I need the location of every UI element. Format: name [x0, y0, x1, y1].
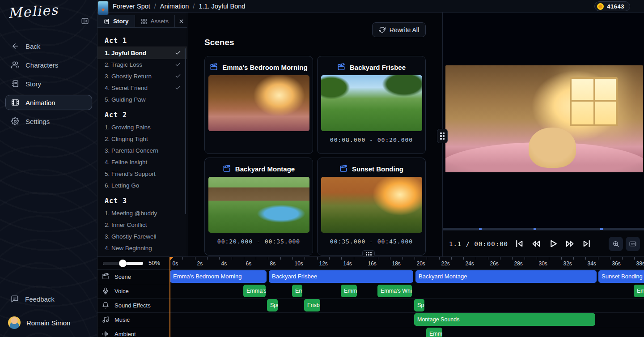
skip-end-button[interactable]	[581, 238, 593, 249]
timeline-clip-frisbe[interactable]: Frisbe	[304, 299, 320, 311]
story-item-2-inner-conflict[interactable]: 2. Inner Conflict	[97, 219, 187, 230]
timeline-ruler[interactable]: 0s2s4s6s8s10s12s14s16s18s20s22s24s26s28s…	[170, 257, 644, 269]
playhead[interactable]	[169, 257, 170, 337]
breadcrumb-section[interactable]: Animation	[160, 3, 189, 10]
timeline-clip-emma-s-whis[interactable]: Emma's Whis	[377, 285, 412, 297]
track-label-music[interactable]: Music	[97, 312, 170, 327]
scene-card-thumbnail[interactable]	[321, 75, 422, 131]
ruler-tick	[585, 257, 586, 260]
story-item-1-joyful-bond[interactable]: 1. Joyful Bond	[97, 47, 187, 59]
vertical-resize-handle[interactable]	[437, 129, 448, 143]
timeline-clip-emma-s[interactable]: Emma's	[243, 285, 266, 297]
scene-card-title: Backyard Montage	[235, 165, 295, 173]
user-menu[interactable]: Romain Simon	[5, 315, 92, 331]
track-label-sound-effects[interactable]: Sound Effects	[97, 298, 170, 312]
story-item-3-parental-concern[interactable]: 3. Parental Concern	[97, 145, 187, 156]
ruler-label: 16s	[368, 260, 377, 267]
scene-card-thumbnail[interactable]	[321, 177, 422, 233]
timeline-clip-emma[interactable]: Emma	[426, 328, 442, 337]
ruler-tick	[195, 257, 195, 260]
scene-card-header: Emma's Bedroom Morning	[208, 60, 309, 74]
ruler-label: 12s	[319, 260, 328, 267]
collapse-sidebar-icon[interactable]	[81, 17, 89, 25]
scene-card-backyard-frisbee[interactable]: Backyard Frisbee00:08.000 - 00:20.000	[317, 56, 426, 154]
story-item-1-growing-pains[interactable]: 1. Growing Pains	[97, 121, 187, 133]
scene-card-thumbnail[interactable]	[208, 75, 309, 131]
scene-card-thumbnail[interactable]	[208, 177, 309, 233]
story-item-label: 3. Parental Concern	[105, 147, 158, 154]
scene-card-backyard-montage[interactable]: Backyard Montage00:20.000 - 00:35.000	[204, 158, 313, 256]
timeline-clip-backyard-frisbee[interactable]: Backyard Frisbee	[269, 270, 413, 283]
track-name: Sound Effects	[114, 302, 151, 309]
story-item-2-tragic-loss[interactable]: 2. Tragic Loss	[97, 59, 187, 70]
video-preview[interactable]	[445, 65, 643, 172]
tab-assets-label: Assets	[151, 18, 169, 25]
sidebar-item-label: Settings	[25, 118, 50, 125]
story-panel-scrollbar[interactable]	[185, 48, 186, 214]
zoom-in-button[interactable]	[609, 237, 623, 251]
credits-badge[interactable]: 41643	[594, 1, 630, 11]
tab-story-label: Story	[113, 18, 129, 25]
track-label-scene[interactable]: Scene	[97, 269, 170, 284]
sidebar-item-characters[interactable]: Characters	[5, 57, 92, 73]
timeline-clip-emma[interactable]: Emma	[341, 285, 357, 297]
story-item-4-feline-insight[interactable]: 4. Feline Insight	[97, 156, 187, 168]
tab-assets[interactable]: Assets	[135, 15, 175, 27]
sidebar-item-back[interactable]: Back	[5, 38, 92, 54]
play-button[interactable]	[547, 238, 559, 249]
scene-card-timecode: 00:35.000 - 00:45.000	[321, 238, 422, 245]
ruler-tick	[182, 257, 183, 260]
timeline-clip-backyard-montage[interactable]: Backyard Montage	[415, 270, 597, 283]
sidebar-item-label: Characters	[25, 61, 58, 69]
tab-story[interactable]: Story	[97, 15, 135, 27]
gear-icon	[11, 117, 19, 125]
scene-card-sunset-bonding[interactable]: Sunset Bonding00:35.000 - 00:45.000	[317, 158, 426, 256]
breadcrumb-scene[interactable]: 1.1. Joyful Bond	[199, 3, 245, 10]
story-item-1-meeting-buddy[interactable]: 1. Meeting @buddy	[97, 207, 187, 219]
users-icon	[11, 61, 19, 69]
story-item-4-secret-friend[interactable]: 4. Secret Friend	[97, 82, 187, 94]
check-icon	[175, 50, 181, 56]
sidebar-item-story[interactable]: Story	[5, 76, 92, 91]
ruler-tick	[488, 257, 488, 260]
timeline-zoom-slider[interactable]	[103, 262, 143, 265]
story-item-5-friend-s-support[interactable]: 5. Friend's Support	[97, 168, 187, 179]
timeline-clip-emma[interactable]: Emma	[634, 285, 644, 297]
scene-card-title: Sunset Bonding	[352, 165, 403, 173]
breadcrumb-project[interactable]: Forever Spot	[113, 3, 150, 10]
story-item-6-letting-go[interactable]: 6. Letting Go	[97, 179, 187, 191]
sidebar-item-animation[interactable]: Animation	[5, 95, 92, 110]
playback-timecode: 1.1 / 00:00:00	[449, 230, 508, 257]
timeline-clip-emma-s-bedroom-morning[interactable]: Emma's Bedroom Morning	[170, 270, 267, 283]
ruler-label: 10s	[295, 260, 303, 267]
horizontal-resize-handle[interactable]	[362, 250, 375, 257]
timeline-clip-spo[interactable]: Spo	[267, 299, 278, 311]
rewind-icon	[530, 238, 542, 249]
zoom-slider-thumb[interactable]	[119, 260, 127, 267]
story-item-label: 5. Guiding Paw	[105, 96, 146, 103]
microphone-icon	[102, 287, 109, 294]
track-label-voice[interactable]: Voice	[97, 284, 170, 298]
close-panel-button[interactable]	[175, 15, 187, 27]
story-item-3-ghostly-return[interactable]: 3. Ghostly Return	[97, 70, 187, 82]
rewrite-all-button[interactable]: Rewrite All	[372, 22, 426, 37]
fast-forward-button[interactable]	[564, 238, 576, 249]
story-item-4-new-beginning[interactable]: 4. New Beginning	[97, 242, 187, 254]
skip-start-button[interactable]	[513, 238, 525, 249]
notebook-icon	[103, 18, 110, 25]
acts-list: Act 11. Joyful Bond2. Tragic Loss3. Ghos…	[97, 28, 187, 256]
scene-card-emma-s-bedroom-morning[interactable]: Emma's Bedroom Morning	[204, 56, 313, 154]
rewind-button[interactable]	[530, 238, 542, 249]
timeline-clip-emma[interactable]: Emma	[292, 285, 302, 297]
timeline-clip-spo[interactable]: Spo	[414, 299, 424, 311]
captions-button[interactable]	[626, 237, 640, 251]
story-item-5-guiding-paw[interactable]: 5. Guiding Paw	[97, 94, 187, 105]
track-label-ambient[interactable]: Ambient	[97, 327, 170, 337]
sidebar-item-settings[interactable]: Settings	[5, 114, 92, 129]
story-item-3-ghostly-farewell[interactable]: 3. Ghostly Farewell	[97, 230, 187, 242]
story-item-2-clinging-tight[interactable]: 2. Clinging Tight	[97, 133, 187, 145]
timeline-clip-montage-sounds[interactable]: Montage Sounds	[414, 313, 595, 326]
timeline-clip-sunset-bonding[interactable]: Sunset Bonding	[598, 270, 644, 283]
project-thumbnail[interactable]	[98, 1, 108, 15]
feedback-button[interactable]: Feedback	[5, 291, 92, 307]
